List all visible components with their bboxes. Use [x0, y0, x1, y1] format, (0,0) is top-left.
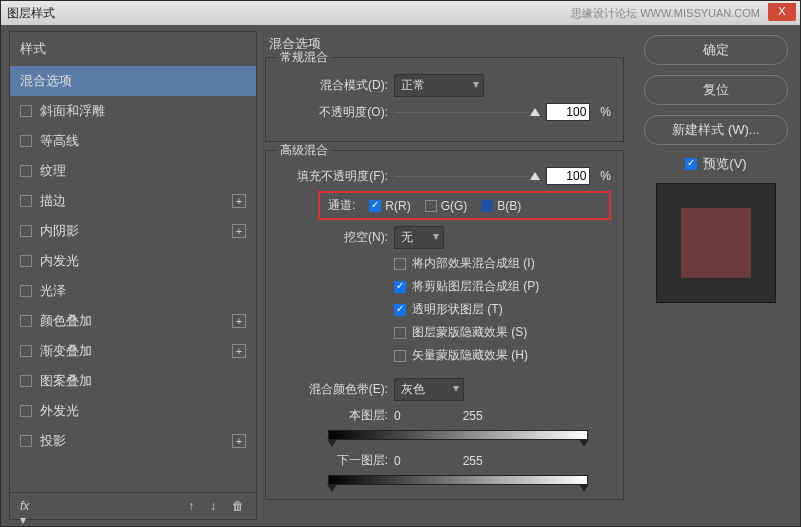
- sidebar-item[interactable]: 内发光: [10, 246, 256, 276]
- sidebar-item-label: 内阴影: [40, 222, 232, 240]
- fill-slider[interactable]: [530, 172, 540, 180]
- dialog-body: 样式 混合选项斜面和浮雕等高线纹理描边+内阴影+内发光光泽颜色叠加+渐变叠加+图…: [1, 25, 800, 526]
- this-layer-gradient[interactable]: [328, 430, 588, 440]
- under-layer-label: 下一图层:: [278, 452, 388, 469]
- sidebar-item[interactable]: 光泽: [10, 276, 256, 306]
- style-checkbox[interactable]: [20, 195, 32, 207]
- option-label: 矢量蒙版隐藏效果 (H): [412, 347, 528, 364]
- up-icon[interactable]: ↑: [188, 499, 202, 513]
- option-checkbox[interactable]: [394, 350, 406, 362]
- channel-b-label: B(B): [497, 199, 521, 213]
- sidebar-item[interactable]: 等高线: [10, 126, 256, 156]
- under-hi: 255: [463, 454, 483, 468]
- sidebar-item[interactable]: 纹理: [10, 156, 256, 186]
- under-lo: 0: [394, 454, 401, 468]
- knockout-select[interactable]: 无: [394, 226, 444, 249]
- sidebar-item-label: 混合选项: [20, 72, 246, 90]
- style-checkbox[interactable]: [20, 405, 32, 417]
- style-checkbox[interactable]: [20, 435, 32, 447]
- pct-label: %: [600, 105, 611, 119]
- option-checkbox[interactable]: [394, 281, 406, 293]
- preview-checkbox[interactable]: [685, 158, 697, 170]
- preview-label: 预览(V): [703, 155, 746, 173]
- fill-opacity-input[interactable]: 100: [546, 167, 590, 185]
- this-hi: 255: [463, 409, 483, 423]
- sidebar-item[interactable]: 描边+: [10, 186, 256, 216]
- sidebar-item[interactable]: 颜色叠加+: [10, 306, 256, 336]
- style-checkbox[interactable]: [20, 135, 32, 147]
- sidebar-item[interactable]: 投影+: [10, 426, 256, 456]
- sidebar-item-label: 光泽: [40, 282, 246, 300]
- sidebar-item-label: 描边: [40, 192, 232, 210]
- right-panel: 确定 复位 新建样式 (W)... 预览(V): [632, 25, 800, 526]
- pct-label: %: [600, 169, 611, 183]
- main-panel: 混合选项 常规混合 混合模式(D): 正常 不透明度(O): 100 % 高级混…: [257, 25, 632, 526]
- sidebar-item[interactable]: 内阴影+: [10, 216, 256, 246]
- group-label-advanced: 高级混合: [276, 142, 332, 159]
- down-icon[interactable]: ↓: [210, 499, 224, 513]
- sidebar-item-label: 图案叠加: [40, 372, 246, 390]
- option-checkbox[interactable]: [394, 258, 406, 270]
- channel-b-checkbox[interactable]: [481, 200, 493, 212]
- preview-inner: [681, 208, 751, 278]
- blendif-select[interactable]: 灰色: [394, 378, 464, 401]
- sidebar-item-label: 渐变叠加: [40, 342, 232, 360]
- option-label: 图层蒙版隐藏效果 (S): [412, 324, 527, 341]
- ok-button[interactable]: 确定: [644, 35, 788, 65]
- this-layer-label: 本图层:: [278, 407, 388, 424]
- channel-r-checkbox[interactable]: [369, 200, 381, 212]
- sidebar-item[interactable]: 渐变叠加+: [10, 336, 256, 366]
- style-checkbox[interactable]: [20, 285, 32, 297]
- sidebar-heading: 样式: [10, 32, 256, 66]
- style-checkbox[interactable]: [20, 255, 32, 267]
- channel-g-label: G(G): [441, 199, 468, 213]
- sidebar-item-label: 等高线: [40, 132, 246, 150]
- style-checkbox[interactable]: [20, 315, 32, 327]
- add-instance-icon[interactable]: +: [232, 224, 246, 238]
- knockout-label: 挖空(N):: [278, 229, 388, 246]
- cancel-button[interactable]: 复位: [644, 75, 788, 105]
- style-checkbox[interactable]: [20, 165, 32, 177]
- sidebar-item-label: 颜色叠加: [40, 312, 232, 330]
- close-button[interactable]: X: [768, 3, 796, 21]
- blend-mode-label: 混合模式(D):: [278, 77, 388, 94]
- channel-g-checkbox[interactable]: [425, 200, 437, 212]
- option-checkbox[interactable]: [394, 304, 406, 316]
- sidebar-item[interactable]: 外发光: [10, 396, 256, 426]
- channels-label: 通道:: [328, 197, 355, 214]
- opacity-input[interactable]: 100: [546, 103, 590, 121]
- sidebar-item-label: 外发光: [40, 402, 246, 420]
- normal-blend-group: 常规混合 混合模式(D): 正常 不透明度(O): 100 %: [265, 57, 624, 142]
- preview-swatch: [656, 183, 776, 303]
- sidebar-footer: fx ▾ ↑ ↓ 🗑: [10, 492, 256, 519]
- fx-icon[interactable]: fx ▾: [20, 499, 34, 513]
- style-checkbox[interactable]: [20, 225, 32, 237]
- group-label-normal: 常规混合: [276, 49, 332, 66]
- add-instance-icon[interactable]: +: [232, 194, 246, 208]
- this-lo: 0: [394, 409, 401, 423]
- opacity-slider[interactable]: [530, 108, 540, 116]
- opacity-label: 不透明度(O):: [278, 104, 388, 121]
- trash-icon[interactable]: 🗑: [232, 499, 246, 513]
- sidebar-item[interactable]: 斜面和浮雕: [10, 96, 256, 126]
- sidebar-item[interactable]: 混合选项: [10, 66, 256, 96]
- sidebar-item-label: 斜面和浮雕: [40, 102, 246, 120]
- sidebar-item[interactable]: 图案叠加: [10, 366, 256, 396]
- layer-style-dialog: 图层样式 思缘设计论坛 WWW.MISSYUAN.COM X 样式 混合选项斜面…: [0, 0, 801, 527]
- blend-mode-select[interactable]: 正常: [394, 74, 484, 97]
- sidebar-item-label: 纹理: [40, 162, 246, 180]
- new-style-button[interactable]: 新建样式 (W)...: [644, 115, 788, 145]
- sidebar-item-label: 内发光: [40, 252, 246, 270]
- window-title: 图层样式: [7, 5, 55, 22]
- titlebar[interactable]: 图层样式 思缘设计论坛 WWW.MISSYUAN.COM X: [1, 1, 800, 25]
- option-label: 将内部效果混合成组 (I): [412, 255, 535, 272]
- under-layer-gradient[interactable]: [328, 475, 588, 485]
- add-instance-icon[interactable]: +: [232, 314, 246, 328]
- add-instance-icon[interactable]: +: [232, 434, 246, 448]
- advanced-blend-group: 高级混合 填充不透明度(F): 100 % 通道: R(R) G(G) B(B)…: [265, 150, 624, 500]
- style-checkbox[interactable]: [20, 345, 32, 357]
- option-checkbox[interactable]: [394, 327, 406, 339]
- style-checkbox[interactable]: [20, 105, 32, 117]
- style-checkbox[interactable]: [20, 375, 32, 387]
- add-instance-icon[interactable]: +: [232, 344, 246, 358]
